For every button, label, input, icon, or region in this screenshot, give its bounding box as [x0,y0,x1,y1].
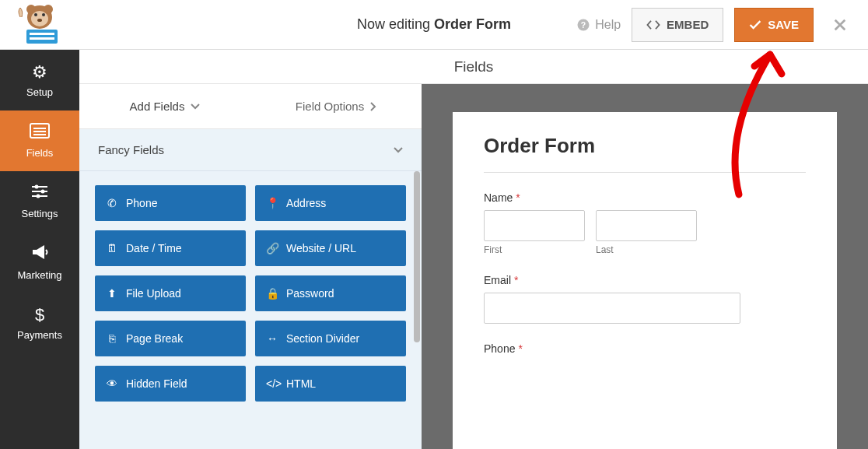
gear-icon: ⚙ [32,62,47,82]
svg-text:?: ? [581,19,586,29]
svg-point-5 [42,13,45,16]
check-icon [749,19,761,30]
help-link[interactable]: ? Help [576,18,621,32]
form-icon [30,123,50,143]
calendar-icon: 🗓 [106,242,118,254]
upload-icon: ⬆ [106,287,118,300]
close-icon [833,18,847,32]
phone-icon: ✆ [106,197,118,209]
sidebar-item-setup[interactable]: ⚙ Setup [0,50,79,110]
accordion-fancy-fields[interactable]: Fancy Fields [79,129,422,171]
form-field-phone[interactable]: Phone * [484,342,806,355]
form-field-email[interactable]: Email * [484,274,806,324]
fields-panel: Add Fields Field Options Fancy Fields ✆P… [79,84,422,449]
sidebar: ⚙ Setup Fields Settings Marketing $ Paym… [0,50,79,449]
lock-icon: 🔒 [266,287,278,300]
field-label: Email * [484,274,806,286]
tab-field-options[interactable]: Field Options [250,84,422,128]
form-preview[interactable]: Order Form Name * First Last [453,112,837,449]
field-label: Phone * [484,342,806,355]
field-phone[interactable]: ✆Phone [95,185,246,221]
tab-add-fields[interactable]: Add Fields [79,84,250,128]
pagebreak-icon: ⎘ [106,332,118,345]
svg-rect-7 [26,30,58,44]
chevron-right-icon [370,102,376,111]
sidebar-item-settings[interactable]: Settings [0,171,79,232]
save-button[interactable]: SAVE [734,8,814,42]
svg-rect-9 [30,37,54,40]
svg-point-19 [41,190,45,194]
help-icon: ? [576,18,590,32]
sidebar-item-fields[interactable]: Fields [0,110,79,171]
svg-point-4 [34,13,37,16]
svg-point-21 [37,195,40,198]
field-grid: ✆Phone 📍Address 🗓Date / Time 🔗Website / … [79,171,422,416]
field-divider[interactable]: ↔Section Divider [255,321,406,356]
field-password[interactable]: 🔒Password [255,275,406,311]
sliders-icon [30,184,49,204]
svg-rect-8 [30,33,54,35]
sidebar-item-label: Payments [17,329,62,341]
last-name-input[interactable] [596,210,697,241]
field-hidden[interactable]: 👁Hidden Field [95,366,246,402]
field-html[interactable]: </>HTML [255,366,406,402]
sidebar-item-label: Fields [26,147,54,159]
chevron-down-icon [394,147,403,153]
section-title: Fields [79,50,868,84]
field-datetime[interactable]: 🗓Date / Time [95,230,246,266]
chevron-down-icon [191,103,200,110]
megaphone-icon [30,244,49,265]
logo [12,3,67,46]
divider [484,172,806,173]
field-label: Name * [484,191,806,204]
field-address[interactable]: 📍Address [255,185,406,221]
sidebar-item-marketing[interactable]: Marketing [0,232,79,293]
form-title: Order Form [484,134,806,158]
sidebar-item-label: Settings [22,208,58,219]
sub-label: First [484,244,585,255]
sidebar-item-label: Marketing [17,269,61,281]
sidebar-item-label: Setup [26,86,53,98]
close-button[interactable] [824,9,856,40]
link-icon: 🔗 [266,242,278,254]
divider-icon: ↔ [266,332,278,345]
field-upload[interactable]: ⬆File Upload [95,275,246,311]
pin-icon: 📍 [266,197,278,209]
header: Now editing Order Form ? Help EMBED SAVE [0,0,868,50]
code-icon [646,19,660,30]
svg-point-17 [35,185,39,189]
field-pagebreak[interactable]: ⎘Page Break [95,321,246,356]
field-website[interactable]: 🔗Website / URL [255,230,406,266]
first-name-input[interactable] [484,210,585,241]
hidden-icon: 👁 [106,377,118,390]
sub-label: Last [596,244,697,255]
embed-button[interactable]: EMBED [632,8,723,42]
svg-point-6 [37,19,42,22]
form-field-name[interactable]: Name * First Last [484,191,806,255]
preview-area: Order Form Name * First Last [422,84,868,449]
page-title: Now editing Order Form [357,16,511,33]
email-input[interactable] [484,293,740,324]
dollar-icon: $ [35,305,44,325]
scrollbar[interactable] [414,171,420,342]
sidebar-item-payments[interactable]: $ Payments [0,293,79,353]
code-icon: </> [266,377,278,390]
